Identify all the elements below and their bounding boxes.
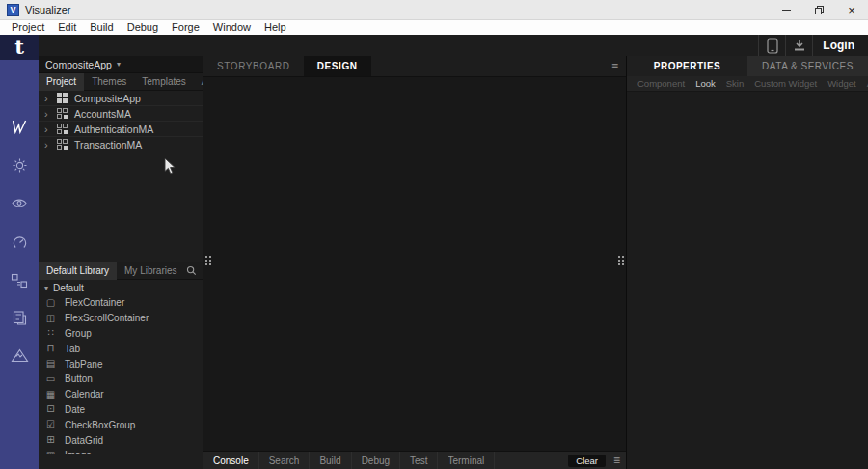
date-icon: ⊡ [45, 403, 56, 415]
performance-gauge-icon[interactable] [0, 234, 39, 251]
library-item-label: DataGrid [65, 435, 103, 446]
tree-item-label: AccountsMA [74, 108, 131, 120]
tab-project[interactable]: Project [39, 73, 84, 91]
subtab-component[interactable]: Component [637, 78, 685, 89]
tab-build[interactable]: Build [310, 452, 351, 469]
clear-button[interactable]: Clear [568, 455, 606, 467]
library-item[interactable]: ◫ FlexScrollContainer [39, 311, 203, 326]
docs-icon[interactable] [0, 310, 39, 326]
properties-panel: PROPERTIES DATA & SERVICES Component Loo… [627, 56, 868, 469]
titlebar: V Visualizer × [0, 0, 868, 20]
group-icon: ∷ [45, 327, 56, 339]
library-search-icon[interactable] [186, 265, 197, 276]
library-item-label: Date [65, 404, 85, 415]
library-item[interactable]: ▭ Button [39, 372, 203, 387]
right-splitter-handle[interactable] [618, 256, 624, 265]
tab-my-libraries[interactable]: My Libraries [117, 262, 184, 280]
minimize-icon [782, 10, 791, 11]
close-icon: × [848, 4, 855, 16]
library-item-label: TabPane [65, 359, 102, 370]
tab-terminal[interactable]: Terminal [438, 452, 495, 469]
tree-item-label: TransactionMA [74, 139, 142, 151]
tab-themes[interactable]: Themes [84, 73, 134, 91]
library-group-default[interactable]: ▾ Default [39, 280, 203, 295]
menu-debug[interactable]: Debug [121, 20, 165, 35]
tree-item-authenticationma[interactable]: › AuthenticationMA [39, 122, 203, 137]
preview-eye-icon[interactable] [0, 197, 39, 209]
menu-help[interactable]: Help [258, 20, 293, 35]
library-item[interactable]: ☑ CheckBoxGroup [39, 417, 203, 432]
canvas-menu-icon[interactable]: ≡ [611, 61, 626, 72]
tree-item-compositeapp[interactable]: › CompositeApp [39, 91, 203, 106]
menu-window[interactable]: Window [206, 20, 258, 35]
library-item[interactable]: ⊞ DataGrid [39, 432, 203, 448]
tree-item-accountsma[interactable]: › AccountsMA [39, 106, 203, 122]
login-button[interactable]: Login [813, 39, 868, 52]
menu-build[interactable]: Build [83, 20, 120, 35]
chevron-right-icon[interactable]: › [44, 108, 54, 120]
tree-item-transactionma[interactable]: › TransactionMA [39, 137, 203, 152]
library-item[interactable]: ▦ Calendar [39, 387, 203, 402]
library-item[interactable]: ∷ Group [39, 326, 203, 342]
microapp-icon [57, 139, 68, 150]
menu-forge[interactable]: Forge [165, 20, 206, 35]
download-icon [793, 39, 806, 52]
chevron-right-icon[interactable]: › [44, 93, 54, 104]
microapp-icon [57, 124, 68, 134]
components-flow-icon[interactable] [0, 273, 39, 289]
window-controls: × [770, 0, 868, 19]
tab-design[interactable]: DESIGN [304, 56, 371, 76]
tab-properties[interactable]: PROPERTIES [627, 56, 747, 76]
calendar-icon: ▦ [45, 389, 56, 400]
minimize-button[interactable] [770, 0, 802, 19]
console-menu-icon[interactable]: ≡ [613, 455, 620, 466]
marketplace-mountain-icon[interactable] [0, 348, 39, 363]
left-panel: CompositeApp ▾ Project Themes Templates … [39, 56, 203, 469]
menu-edit[interactable]: Edit [51, 20, 83, 35]
tab-default-library[interactable]: Default Library [39, 262, 117, 280]
tab-templates[interactable]: Templates [134, 73, 194, 91]
app-selector-dropdown[interactable]: CompositeApp ▾ [39, 56, 203, 73]
subtab-look[interactable]: Look [695, 78, 716, 89]
library-item[interactable]: ⊡ Date [39, 402, 203, 418]
library-item[interactable]: ▨ Image [39, 448, 203, 454]
left-splitter-handle[interactable] [205, 256, 211, 265]
library-item[interactable]: ▢ FlexContainer [39, 295, 203, 311]
tab-storyboard[interactable]: STORYBOARD [203, 56, 304, 76]
app-selector-label: CompositeApp [45, 59, 112, 70]
tab-console[interactable]: Console [203, 452, 259, 469]
design-canvas[interactable] [203, 77, 626, 451]
tree-item-label: CompositeApp [74, 93, 141, 104]
restore-button[interactable] [802, 0, 835, 19]
library-tabs: Default Library My Libraries [39, 262, 203, 280]
subtab-skin[interactable]: Skin [726, 78, 744, 89]
restore-icon [815, 6, 824, 14]
flexcontainer-icon: ▢ [45, 297, 56, 309]
settings-gear-icon[interactable] [0, 157, 39, 174]
chevron-right-icon[interactable]: › [44, 124, 54, 135]
close-button[interactable]: × [835, 0, 868, 19]
subtab-widget[interactable]: Widget [827, 78, 856, 89]
visualizer-logo-icon[interactable] [0, 118, 39, 135]
widget-library-panel: Default Library My Libraries ▾ Default ▢… [39, 262, 203, 469]
library-item[interactable]: ▤ TabPane [39, 356, 203, 372]
library-item-label: FlexContainer [65, 297, 124, 308]
download-button[interactable] [786, 35, 812, 56]
properties-subtabs: Component Look Skin Custom Widget Widget… [627, 76, 868, 92]
device-preview-button[interactable] [759, 35, 785, 56]
image-widget-icon: ▨ [45, 450, 56, 454]
library-item-label: Tab [65, 344, 80, 354]
tab-debug[interactable]: Debug [352, 452, 400, 469]
temenos-logo: t [0, 35, 39, 60]
left-icon-rail: t [0, 35, 39, 469]
subtab-custom-widget[interactable]: Custom Widget [754, 78, 817, 89]
library-item[interactable]: ⊓ Tab [39, 341, 203, 356]
mobile-device-icon [767, 38, 778, 54]
chevron-right-icon[interactable]: › [44, 139, 54, 151]
project-panel-tabs: Project Themes Templates Assets ≡ [39, 73, 203, 91]
tab-data-services[interactable]: DATA & SERVICES [747, 56, 868, 76]
menu-project[interactable]: Project [5, 20, 51, 35]
tab-search[interactable]: Search [259, 452, 311, 469]
tab-test[interactable]: Test [400, 452, 438, 469]
console-bar: Console Search Build Debug Test Terminal… [203, 451, 626, 469]
